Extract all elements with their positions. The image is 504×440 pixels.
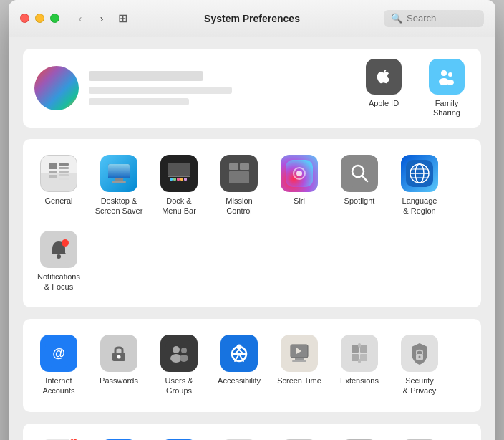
personal-section: General — [23, 139, 481, 307]
svg-rect-6 — [49, 175, 57, 178]
accessibility-icon — [220, 335, 258, 372]
pref-item-dock[interactable]: Dock &Menu Bar — [150, 149, 208, 222]
svg-rect-31 — [346, 160, 373, 187]
svg-point-30 — [296, 171, 302, 176]
passwords-icon — [100, 335, 137, 372]
personal2-section: @ InternetAccounts Pa — [23, 319, 481, 412]
family-sharing-button[interactable]: FamilySharing — [424, 59, 470, 118]
profile-info — [89, 71, 361, 105]
users-groups-label: Users &Groups — [165, 376, 193, 396]
svg-point-1 — [448, 72, 452, 77]
apple-id-label: Apple ID — [369, 99, 399, 108]
apple-id-button[interactable]: Apple ID — [361, 59, 407, 118]
pref-item-mouse[interactable]: Mouse — [391, 434, 448, 440]
back-button[interactable]: ‹ — [71, 11, 89, 26]
pref-item-users-groups[interactable]: Users &Groups — [150, 329, 208, 402]
mission-label: MissionControl — [226, 196, 252, 216]
passwords-label: Passwords — [100, 376, 138, 386]
pref-item-passwords[interactable]: Passwords — [90, 329, 147, 402]
dock-icon — [160, 155, 198, 192]
pref-item-security[interactable]: Security& Privacy — [391, 329, 448, 402]
search-input[interactable] — [407, 13, 477, 24]
svg-point-3 — [447, 80, 454, 85]
users-groups-icon — [160, 335, 198, 372]
pref-item-trackpad[interactable]: Trackpad — [331, 434, 388, 440]
svg-rect-13 — [108, 164, 130, 178]
traffic-lights — [20, 14, 59, 23]
svg-rect-65 — [292, 360, 306, 362]
personal2-grid: @ InternetAccounts Pa — [30, 329, 474, 402]
svg-rect-64 — [295, 358, 304, 360]
svg-rect-71 — [358, 343, 361, 348]
content: Apple ID FamilySharing — [9, 37, 495, 440]
pref-item-software-update[interactable]: 1 SoftwareUpdate — [30, 434, 87, 440]
pref-item-general[interactable]: General — [30, 149, 87, 222]
pref-item-siri[interactable]: Siri — [271, 149, 328, 222]
grid-icon[interactable]: ⊞ — [118, 11, 127, 25]
svg-rect-9 — [59, 171, 69, 173]
pref-item-sound[interactable]: Sound — [210, 434, 268, 440]
hardware-grid: 1 SoftwareUpdate — [30, 434, 474, 440]
svg-point-41 — [57, 254, 61, 259]
svg-rect-25 — [229, 163, 238, 170]
internet-accounts-label: InternetAccounts — [42, 376, 74, 396]
pref-item-mission[interactable]: MissionControl — [210, 149, 268, 222]
minimize-button[interactable] — [35, 14, 44, 23]
svg-rect-14 — [115, 178, 123, 181]
svg-point-49 — [173, 346, 180, 353]
pref-item-accessibility[interactable]: Accessibility — [210, 329, 268, 402]
accessibility-label: Accessibility — [218, 376, 261, 386]
family-sharing-label: FamilySharing — [433, 99, 460, 118]
spotlight-label: Spotlight — [344, 196, 375, 206]
pref-item-keyboard[interactable]: Keyboard — [271, 434, 328, 440]
internet-accounts-icon: @ — [40, 335, 77, 372]
pref-item-bluetooth[interactable]: Bluetooth — [150, 434, 208, 440]
svg-rect-23 — [184, 178, 187, 181]
window-title: System Preferences — [204, 13, 300, 24]
family-sharing-icon — [429, 59, 465, 95]
pref-item-language[interactable]: Language& Region — [391, 149, 448, 222]
notifications-icon — [40, 231, 77, 268]
close-button[interactable] — [20, 14, 29, 23]
svg-rect-67 — [352, 345, 359, 353]
siri-label: Siri — [294, 196, 305, 206]
profile-actions: Apple ID FamilySharing — [361, 59, 470, 118]
spotlight-icon — [341, 155, 378, 192]
pref-item-internet-accounts[interactable]: @ InternetAccounts — [30, 329, 87, 402]
search-bar[interactable]: 🔍 — [384, 10, 484, 27]
svg-rect-69 — [360, 345, 367, 353]
security-icon — [401, 335, 438, 372]
dock-label: Dock &Menu Bar — [162, 196, 196, 216]
mission-icon — [220, 155, 258, 192]
svg-point-51 — [181, 348, 187, 353]
pref-item-notifications[interactable]: Notifications& Focus — [30, 225, 87, 298]
pref-item-extensions[interactable]: Extensions — [331, 329, 388, 402]
general-label: General — [44, 196, 72, 206]
personal-grid: General — [30, 149, 474, 297]
profile-detail-blurred — [89, 98, 189, 105]
profile-section: Apple ID FamilySharing — [23, 49, 481, 128]
svg-rect-18 — [168, 176, 190, 177]
pref-item-spotlight[interactable]: Spotlight — [331, 149, 388, 222]
svg-text:@: @ — [52, 346, 65, 360]
forward-button[interactable]: › — [92, 11, 111, 26]
svg-rect-17 — [168, 163, 190, 176]
maximize-button[interactable] — [50, 14, 59, 23]
svg-point-47 — [117, 355, 121, 359]
svg-rect-68 — [352, 354, 359, 361]
svg-rect-20 — [173, 178, 176, 181]
svg-rect-19 — [170, 178, 173, 181]
svg-rect-11 — [59, 178, 69, 180]
titlebar: ‹ › ⊞ System Preferences 🔍 — [9, 0, 495, 37]
language-label: Language& Region — [402, 196, 437, 216]
svg-point-0 — [441, 70, 447, 76]
pref-item-screen-time[interactable]: Screen Time — [271, 329, 328, 402]
profile-email-blurred — [89, 87, 232, 94]
pref-item-network[interactable]: Network — [90, 434, 147, 440]
hardware-section: 1 SoftwareUpdate — [23, 424, 481, 440]
svg-rect-48 — [165, 340, 193, 367]
search-icon: 🔍 — [391, 13, 402, 24]
svg-rect-70 — [360, 354, 367, 361]
svg-rect-4 — [49, 163, 57, 169]
pref-item-desktop[interactable]: Desktop &Screen Saver — [90, 149, 147, 222]
